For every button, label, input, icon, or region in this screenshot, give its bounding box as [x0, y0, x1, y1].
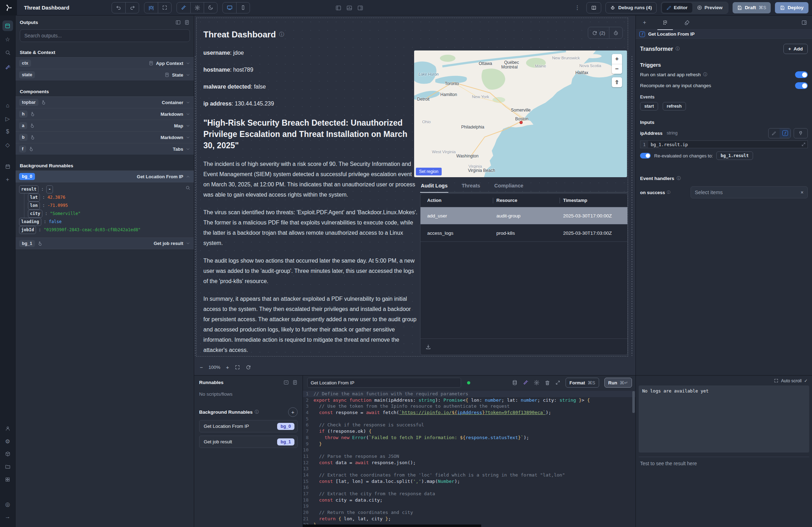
add-icon[interactable]: + [2, 174, 13, 185]
folder-icon[interactable] [2, 461, 13, 472]
schedules-icon[interactable] [2, 161, 13, 172]
code-line[interactable]: 20 // Return the coordinates and city [303, 509, 635, 516]
expand-expression-icon[interactable] [801, 141, 807, 148]
event-chip-start[interactable]: start [640, 102, 658, 110]
clear-select-icon[interactable]: × [801, 190, 804, 195]
runnables-doc-icon[interactable] [292, 380, 298, 385]
ai-wand-icon[interactable] [2, 62, 13, 73]
expand-logs-icon[interactable] [774, 378, 778, 383]
styling-tab[interactable] [682, 16, 692, 30]
refresh-app-button[interactable]: (2) [588, 27, 609, 38]
toggle-left-panel-icon[interactable] [335, 5, 341, 11]
code-line[interactable]: 1// Define the main function with the re… [303, 391, 635, 397]
variables-icon[interactable]: $ [2, 126, 13, 137]
selected-runnable-header[interactable]: f Get Location From IP [636, 30, 812, 39]
canvas-width-toggle[interactable]: |0| [144, 2, 158, 13]
component-row-topbar[interactable]: topbar Container [16, 96, 194, 108]
app-canvas[interactable]: Threat Dashboardⓘ (2) username: jdoe hos… [194, 16, 635, 375]
component-row-b[interactable]: b Markdown [16, 131, 194, 143]
code-line[interactable]: 13 [303, 466, 635, 472]
more-menu-icon[interactable]: ⋮ [572, 4, 582, 11]
code-line[interactable]: 18 const city = data.city; [303, 497, 635, 503]
result-jobid[interactable]: jobId : "0199390f-2843-ceac-dc03-cf8b242… [19, 226, 190, 234]
output-row-state[interactable]: state State [16, 69, 194, 80]
zoom-out-button[interactable]: − [200, 364, 203, 370]
code-line[interactable]: 12 const data = await response.json(); [303, 460, 635, 466]
expand-editor-icon[interactable] [555, 380, 560, 385]
connect-input-icon[interactable] [794, 128, 808, 138]
left-resize-handle[interactable] [195, 56, 196, 356]
info-icon[interactable]: ⓘ [703, 72, 707, 78]
tab-threats[interactable]: Threats [461, 180, 481, 192]
code-line[interactable]: 3 // Use the token from the Ipinfo resou… [303, 403, 635, 409]
collapse-bottom-panel-icon[interactable] [283, 380, 289, 385]
static-mode-icon[interactable] [769, 128, 780, 138]
user-icon[interactable] [2, 423, 13, 434]
runnable-item-bg1[interactable]: Get job result bg_1 [199, 436, 298, 448]
auto-scroll-checkbox[interactable]: ✓ [804, 378, 808, 383]
markdown-component-b[interactable]: "High-Risk Security Breach Detected: Una… [203, 117, 418, 363]
toggle-right-panel-icon[interactable] [357, 5, 363, 11]
code-line[interactable]: 9 } [303, 441, 635, 447]
ipaddress-expression-input[interactable]: 1 bg_1.result.ip [640, 140, 808, 148]
editor-scrollbar[interactable] [632, 391, 635, 413]
result-node[interactable]: result : - [19, 185, 190, 193]
app-editor-icon[interactable] [2, 20, 13, 31]
info-icon[interactable]: ⓘ [279, 31, 284, 38]
runnable-name-input[interactable] [307, 378, 461, 388]
code-line[interactable]: 21 return { lon, lat, city }; [303, 516, 635, 522]
light-mode-icon[interactable] [190, 2, 204, 13]
set-region-button[interactable]: Set region [416, 168, 442, 175]
format-button[interactable]: Format⌘S [566, 378, 599, 388]
workspace-icon[interactable] [2, 449, 13, 459]
component-row-f[interactable]: f Tabs [16, 143, 194, 155]
output-row-ctx[interactable]: ctx App Context [16, 57, 194, 69]
eval-mode-icon[interactable]: f [780, 128, 790, 138]
background-runnable-row-bg1[interactable]: bg_1 Get job result [16, 238, 194, 249]
result-loading[interactable]: loading : false [19, 218, 190, 226]
resources-icon[interactable]: ◇ [2, 139, 13, 150]
settings-gear-icon[interactable]: ⚙ [2, 436, 13, 447]
right-resize-handle[interactable] [632, 56, 632, 356]
auto-theme-icon[interactable] [177, 2, 190, 13]
cache-icon[interactable] [512, 380, 518, 385]
tab-audit-logs[interactable]: Audit Logs [420, 180, 448, 192]
app-logo[interactable] [0, 0, 17, 16]
on-success-select[interactable]: Select items × [691, 186, 808, 198]
map-locate-button[interactable]: ⇧ [612, 77, 622, 87]
zoom-in-button[interactable]: + [226, 364, 229, 370]
code-line[interactable]: 15 const [lat, lon] = data.loc.split(','… [303, 478, 635, 485]
reeval-toggle[interactable] [640, 153, 651, 158]
preview-tab[interactable]: Preview [692, 3, 727, 13]
editor-tab[interactable]: Editor [662, 3, 692, 13]
fit-view-button[interactable] [235, 365, 240, 370]
desktop-view-icon[interactable] [223, 2, 236, 13]
info-icon[interactable]: ⓘ [675, 46, 680, 52]
info-icon[interactable]: ⓘ [667, 190, 670, 195]
runnable-item-bg0[interactable]: Get Location From IP bg_0 [199, 420, 298, 432]
favorites-icon[interactable]: ☆ [2, 34, 13, 44]
component-row-a[interactable]: a Map [16, 120, 194, 131]
table-row[interactable]: add_user audit-group 2025-03-30T17:00:00… [420, 207, 627, 224]
refresh-history-button[interactable] [609, 27, 622, 38]
reeval-target-chip[interactable]: bg_1.result [716, 151, 753, 160]
editor-h-scrollbar[interactable] [303, 525, 481, 527]
result-lon[interactable]: lon : -71.0995 [28, 202, 190, 210]
result-city[interactable]: city : "Somerville" [28, 210, 190, 218]
code-line[interactable]: 14 // Extract the coordinates from the '… [303, 472, 635, 478]
search-outputs-input[interactable] [20, 29, 190, 42]
recompute-toggle[interactable] [795, 82, 808, 89]
result-lat[interactable]: lat : 42.3876 [28, 193, 190, 202]
draft-button[interactable]: Draft⌘S [733, 2, 771, 13]
outputs-doc-icon[interactable] [184, 20, 190, 25]
map-zoom-in-button[interactable]: + [612, 54, 622, 64]
code-line[interactable]: 8 throw new Error(`Failed to fetch IP in… [303, 435, 635, 441]
code-line[interactable]: 16 [303, 484, 635, 491]
search-icon[interactable] [2, 47, 13, 58]
collapse-outputs-icon[interactable] [175, 20, 181, 25]
info-icon[interactable]: ⓘ [255, 409, 259, 415]
debug-runs-button[interactable]: Debug runs (4) [605, 2, 656, 13]
run-button[interactable]: Run⌘↵ [604, 378, 632, 388]
dark-mode-icon[interactable] [204, 2, 217, 13]
delete-icon[interactable] [545, 380, 550, 385]
